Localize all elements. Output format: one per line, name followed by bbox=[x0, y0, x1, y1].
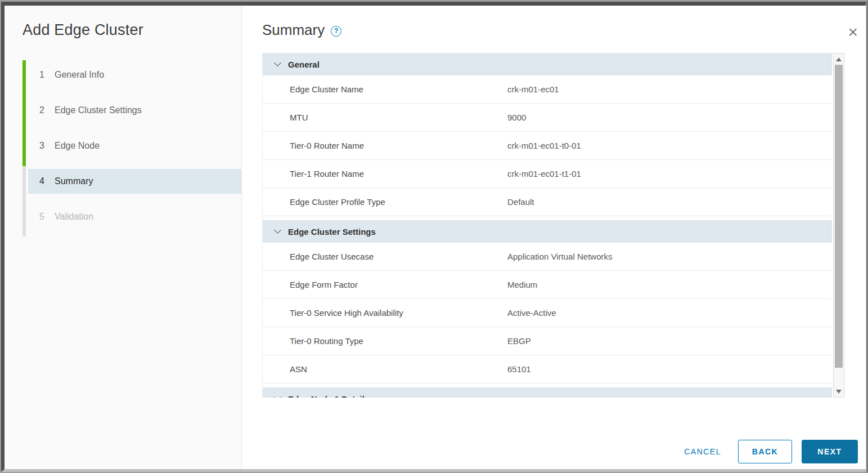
row-value: 9000 bbox=[507, 113, 832, 122]
row-value: EBGP bbox=[507, 336, 832, 346]
summary-section: Edge Node 1 Details bbox=[263, 387, 832, 398]
sidebar-step-summary[interactable]: 4Summary bbox=[28, 169, 241, 194]
chevron-down-icon bbox=[274, 394, 281, 398]
step-label: Edge Cluster Settings bbox=[55, 105, 142, 115]
chevron-down-icon bbox=[274, 226, 281, 234]
section-title: General bbox=[288, 60, 320, 69]
dialog-title: Add Edge Cluster bbox=[23, 20, 241, 40]
section-header[interactable]: Edge Cluster Settings bbox=[263, 220, 832, 243]
summary-section: GeneralEdge Cluster Namecrk-m01-ec01MTU9… bbox=[263, 53, 832, 216]
step-number: 3 bbox=[39, 141, 55, 151]
row-label: Edge Form Factor bbox=[290, 280, 507, 289]
cancel-button[interactable]: CANCEL bbox=[684, 447, 721, 456]
sidebar-step-general-info[interactable]: 1General Info bbox=[28, 63, 241, 87]
row-value: Active-Active bbox=[507, 308, 832, 318]
scroll-down-button[interactable] bbox=[834, 386, 844, 397]
summary-row: Tier-0 Service High AvailabilityActive-A… bbox=[263, 299, 832, 327]
sidebar-step-edge-cluster-settings[interactable]: 2Edge Cluster Settings bbox=[28, 98, 241, 123]
row-value: Application Virtual Networks bbox=[507, 252, 832, 261]
row-label: ASN bbox=[290, 364, 507, 374]
section-header[interactable]: Edge Node 1 Details bbox=[263, 387, 832, 398]
row-value: Default bbox=[507, 197, 832, 207]
summary-row: Tier-1 Router Namecrk-m01-ec01-t1-01 bbox=[263, 160, 832, 188]
progress-bar-remaining bbox=[23, 166, 26, 236]
row-label: Tier-1 Router Name bbox=[290, 169, 507, 179]
summary-heading-row: Summary ? bbox=[262, 20, 866, 40]
summary-row: Edge Form FactorMedium bbox=[263, 271, 832, 299]
step-label: Edge Node bbox=[55, 141, 100, 151]
row-label: Tier-0 Router Name bbox=[290, 141, 507, 150]
row-value: Medium bbox=[507, 280, 832, 289]
sidebar-step-validation: 5Validation bbox=[28, 204, 241, 229]
wizard-footer: CANCEL BACK NEXT bbox=[684, 440, 858, 463]
summary-table: GeneralEdge Cluster Namecrk-m01-ec01MTU9… bbox=[262, 53, 832, 398]
summary-row: Edge Cluster UsecaseApplication Virtual … bbox=[263, 243, 832, 271]
help-icon[interactable]: ? bbox=[331, 26, 341, 37]
step-label: General Info bbox=[55, 70, 104, 80]
close-icon[interactable]: × bbox=[848, 24, 858, 41]
add-edge-cluster-dialog: Add Edge Cluster 1General Info2Edge Clus… bbox=[1, 2, 866, 472]
back-button[interactable]: BACK bbox=[738, 440, 792, 463]
summary-row: ASN65101 bbox=[263, 355, 832, 383]
screenshot-frame: Add Edge Cluster 1General Info2Edge Clus… bbox=[0, 0, 868, 473]
row-label: Edge Cluster Usecase bbox=[290, 252, 507, 261]
scroll-up-icon bbox=[836, 57, 842, 61]
summary-row: Tier-0 Routing TypeEBGP bbox=[263, 327, 832, 355]
chevron-down-icon bbox=[274, 59, 281, 66]
summary-panel: Summary ? × GeneralEdge Cluster Namecrk-… bbox=[242, 6, 866, 469]
row-label: Edge Cluster Profile Type bbox=[290, 197, 507, 207]
section-title: Edge Node 1 Details bbox=[288, 394, 369, 398]
row-value: crk-m01-ec01-t0-01 bbox=[507, 141, 832, 150]
summary-row: MTU9000 bbox=[263, 104, 832, 132]
step-number: 5 bbox=[39, 212, 55, 222]
row-label: MTU bbox=[290, 113, 507, 122]
row-value: crk-m01-ec01-t1-01 bbox=[507, 169, 832, 179]
step-number: 2 bbox=[39, 105, 55, 115]
summary-row: Tier-0 Router Namecrk-m01-ec01-t0-01 bbox=[263, 132, 832, 160]
scroll-down-icon bbox=[836, 390, 842, 394]
summary-section: Edge Cluster SettingsEdge Cluster Usecas… bbox=[263, 220, 832, 383]
row-label: Tier-0 Routing Type bbox=[290, 336, 507, 346]
row-value: 65101 bbox=[507, 364, 832, 374]
summary-scroll-region: GeneralEdge Cluster Namecrk-m01-ec01MTU9… bbox=[262, 53, 844, 398]
wizard-steps-container: 1General Info2Edge Cluster Settings3Edge… bbox=[23, 60, 241, 229]
wizard-sidebar: Add Edge Cluster 1General Info2Edge Clus… bbox=[5, 6, 242, 469]
row-label: Edge Cluster Name bbox=[290, 84, 507, 94]
vertical-scrollbar[interactable] bbox=[833, 53, 844, 398]
progress-bar-completed bbox=[23, 60, 26, 166]
section-header[interactable]: General bbox=[263, 53, 832, 75]
summary-row: Edge Cluster Namecrk-m01-ec01 bbox=[263, 75, 832, 104]
step-label: Validation bbox=[55, 212, 93, 222]
step-number: 4 bbox=[39, 176, 55, 186]
sidebar-step-edge-node[interactable]: 3Edge Node bbox=[28, 133, 241, 158]
step-number: 1 bbox=[39, 70, 55, 80]
scroll-up-button[interactable] bbox=[834, 53, 844, 65]
wizard-step-list: 1General Info2Edge Cluster Settings3Edge… bbox=[28, 60, 241, 229]
row-label: Tier-0 Service High Availability bbox=[290, 308, 507, 318]
page-title: Summary bbox=[262, 20, 325, 40]
next-button[interactable]: NEXT bbox=[802, 440, 858, 463]
scrollbar-thumb[interactable] bbox=[835, 65, 843, 368]
step-progress-bar bbox=[23, 60, 26, 236]
section-title: Edge Cluster Settings bbox=[288, 227, 376, 236]
row-value: crk-m01-ec01 bbox=[507, 84, 832, 94]
summary-row: Edge Cluster Profile TypeDefault bbox=[263, 188, 832, 216]
step-label: Summary bbox=[55, 176, 93, 186]
